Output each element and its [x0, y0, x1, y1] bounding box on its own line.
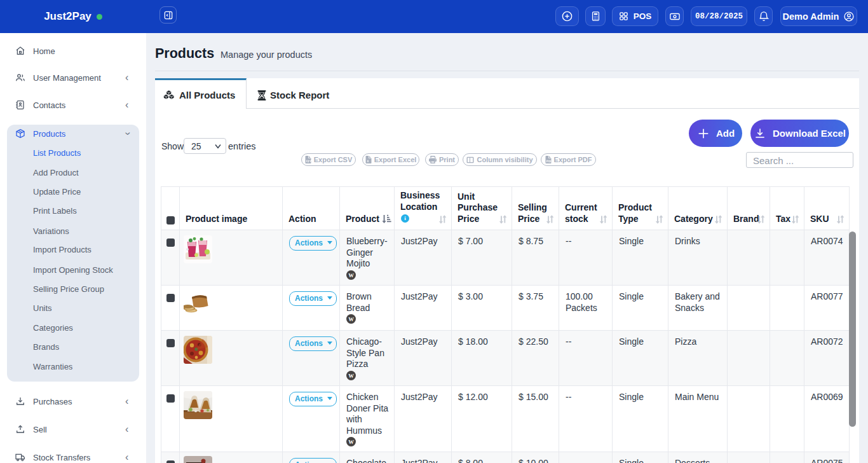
svg-text:W: W: [348, 439, 354, 445]
svg-text:W: W: [348, 316, 354, 322]
svg-text:W: W: [348, 372, 354, 378]
svg-text:W: W: [348, 272, 354, 278]
